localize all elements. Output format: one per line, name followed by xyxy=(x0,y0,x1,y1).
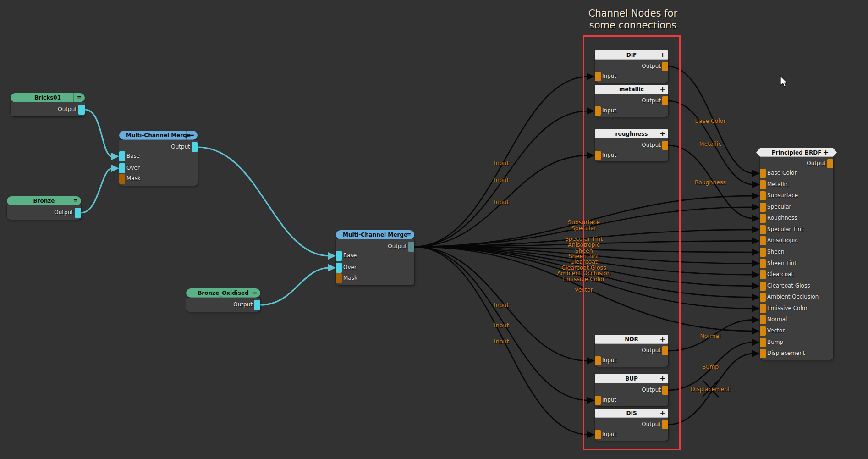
node-editor-canvas[interactable]: Bricks01=OutputBronze=OutputBronze_Oxidi… xyxy=(0,0,868,459)
wire[interactable] xyxy=(260,268,329,305)
add-channel-icon[interactable]: + xyxy=(657,374,668,383)
add-channel-icon[interactable]: + xyxy=(657,335,668,344)
input-socket-clearcoat[interactable] xyxy=(760,270,766,279)
node-menu-icon[interactable]: = xyxy=(70,196,81,205)
output-socket-output[interactable] xyxy=(662,62,668,71)
output-socket-output[interactable] xyxy=(662,141,668,150)
output-socket-output[interactable] xyxy=(662,96,668,105)
annotation-title-line1: Channel Nodes for xyxy=(588,7,677,19)
output-label: Output xyxy=(233,301,253,308)
node-header[interactable]: BUP+ xyxy=(595,374,668,383)
connection-label-input: Input xyxy=(494,160,509,166)
node-header[interactable]: Multi-Channel Merge= xyxy=(336,230,414,239)
input-socket-vector[interactable] xyxy=(760,326,766,336)
input-socket-roughness[interactable] xyxy=(760,214,766,223)
input-socket-normal[interactable] xyxy=(760,315,766,324)
wire-arrowhead xyxy=(752,193,760,199)
node-menu-icon[interactable]: = xyxy=(249,288,260,298)
input-socket-specular[interactable] xyxy=(760,203,766,212)
output-label: Output xyxy=(642,347,661,354)
input-label: Displacement xyxy=(767,350,805,356)
input-socket-base-color[interactable] xyxy=(760,169,766,178)
wire-arrowhead xyxy=(111,165,119,172)
connection-label-displacement: Displacement xyxy=(691,386,730,393)
wire-arrowhead xyxy=(328,264,336,272)
input-socket-sheen-tint[interactable] xyxy=(760,259,766,268)
input-socket-emissive-color[interactable] xyxy=(760,304,766,313)
node-menu-icon[interactable]: = xyxy=(186,131,198,140)
input-socket-base[interactable] xyxy=(336,251,342,261)
input-label: Input xyxy=(602,107,616,114)
input-socket-clearcoat-gloss[interactable] xyxy=(760,282,766,291)
connection-label-base-color: Base Color xyxy=(695,117,725,124)
output-socket-output[interactable] xyxy=(192,142,198,152)
node-header[interactable]: Bricks01= xyxy=(11,93,85,102)
input-socket-specular-tint[interactable] xyxy=(760,225,766,234)
wire[interactable] xyxy=(81,168,112,213)
output-socket-output[interactable] xyxy=(827,159,833,168)
wire-arrowhead xyxy=(752,260,760,267)
connection-label-emissive-color: Emissive Color xyxy=(563,276,605,282)
input-socket-input[interactable] xyxy=(595,356,601,365)
input-socket-input[interactable] xyxy=(595,106,601,116)
wire-arrowhead xyxy=(111,153,119,160)
wire[interactable] xyxy=(198,147,329,256)
output-label: Output xyxy=(642,387,661,393)
output-socket-output[interactable] xyxy=(254,300,260,310)
node-header[interactable]: Multi-Channel Merge= xyxy=(119,131,198,140)
wire-arrowhead xyxy=(752,181,760,188)
input-socket-input[interactable] xyxy=(595,396,601,405)
input-socket-sheen[interactable] xyxy=(760,248,766,257)
node-header[interactable]: NOR+ xyxy=(595,335,668,344)
input-socket-mask[interactable] xyxy=(119,174,125,184)
input-socket-over[interactable] xyxy=(119,163,125,173)
node-menu-icon[interactable]: = xyxy=(403,230,414,239)
input-socket-input[interactable] xyxy=(595,430,601,439)
add-channel-icon[interactable]: + xyxy=(657,409,668,418)
node-menu-icon[interactable]: = xyxy=(73,93,85,102)
input-socket-base[interactable] xyxy=(119,151,125,161)
node-header[interactable]: Bronze= xyxy=(7,196,81,205)
input-label: Roughness xyxy=(767,215,797,221)
add-channel-icon[interactable]: + xyxy=(657,50,668,60)
input-socket-displacement[interactable] xyxy=(760,349,766,358)
output-socket-output[interactable] xyxy=(78,105,85,115)
connection-label-specular: Specular xyxy=(571,225,597,232)
wire-arrowhead xyxy=(752,271,760,278)
node-header[interactable]: DIF+ xyxy=(595,50,668,60)
input-socket-ambient-occlusion[interactable] xyxy=(760,293,766,302)
connection-label-input: Input xyxy=(494,177,509,183)
node-header[interactable]: metallic+ xyxy=(595,85,668,94)
add-channel-icon[interactable]: + xyxy=(820,148,831,157)
output-label: Output xyxy=(171,144,190,150)
input-socket-metallic[interactable] xyxy=(760,180,766,189)
output-socket-output[interactable] xyxy=(408,242,414,252)
input-socket-input[interactable] xyxy=(595,72,601,81)
add-channel-icon[interactable]: + xyxy=(657,129,668,138)
wire[interactable] xyxy=(85,110,112,156)
input-label: Emissive Color xyxy=(767,305,808,311)
output-label: Output xyxy=(54,209,73,216)
node-header[interactable]: Bronze_Oxidised= xyxy=(186,288,260,298)
input-socket-anisotropic[interactable] xyxy=(760,236,766,245)
connection-label-roughness: Roughness xyxy=(695,179,726,186)
input-socket-bump[interactable] xyxy=(760,338,766,347)
input-socket-mask[interactable] xyxy=(336,273,342,283)
wire-arrowhead xyxy=(752,294,760,301)
wire-arrowhead xyxy=(752,316,760,323)
wire-layer xyxy=(0,0,868,459)
add-channel-icon[interactable]: + xyxy=(657,85,668,94)
output-socket-output[interactable] xyxy=(75,208,81,218)
node-header[interactable]: Principled BRDF+ xyxy=(756,148,837,157)
node-header[interactable]: DIS+ xyxy=(595,409,668,418)
output-socket-output[interactable] xyxy=(662,386,668,395)
output-socket-output[interactable] xyxy=(662,420,668,429)
input-label: Base Color xyxy=(767,170,797,176)
input-socket-input[interactable] xyxy=(595,151,601,160)
wire-arrowhead xyxy=(752,238,760,244)
input-socket-over[interactable] xyxy=(336,263,342,273)
input-label: Base xyxy=(343,252,357,259)
input-socket-subsurface[interactable] xyxy=(760,191,766,200)
node-header[interactable]: roughness+ xyxy=(595,129,668,138)
output-socket-output[interactable] xyxy=(662,346,668,355)
